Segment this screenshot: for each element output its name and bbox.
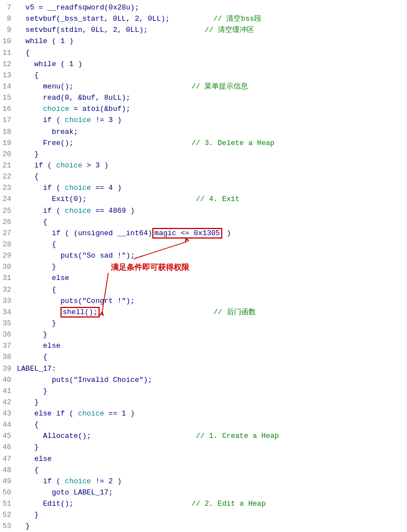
normal-token: Free(); (17, 139, 73, 147)
code-line: 32 { (0, 284, 407, 296)
variable-choice: choice (65, 477, 91, 486)
line-number: 12 (1, 59, 17, 70)
code-text: else (17, 454, 52, 465)
line-number: 19 (1, 138, 17, 149)
code-line: 15 read(0, &buf, 8uLL); (0, 92, 407, 104)
code-line: 8 setvbuf(_bss_start, 0LL, 2, 0LL); // 清… (0, 13, 407, 25)
code-text: } (17, 262, 56, 273)
code-line: 33 puts("Congrt !"); (0, 296, 407, 307)
line-number: 43 (1, 408, 17, 419)
normal-token: read(0, &buf, 8uLL); (17, 94, 130, 102)
line-number: 45 (1, 431, 17, 442)
code-text: break; (17, 127, 78, 138)
line-number: 26 (1, 217, 17, 228)
variable-choice: choice (43, 105, 69, 113)
code-text: } (17, 386, 48, 397)
variable-choice: choice (56, 161, 82, 170)
line-number: 14 (1, 81, 17, 92)
code-line: 47 else (0, 454, 407, 465)
normal-token: else (17, 455, 52, 463)
shell-box: shell(); (60, 307, 100, 318)
variable-choice: choice (65, 207, 91, 215)
normal-token: setvbuf(_bss_start, 0LL, 2, 0LL); (17, 15, 170, 23)
code-line: 20 } (0, 149, 407, 160)
line-number: 42 (1, 397, 17, 408)
code-line: 12 while ( 1 ) (0, 59, 407, 70)
normal-token: if ( (17, 477, 65, 486)
normal-token: if ( (17, 184, 65, 192)
code-line: 21 if ( choice > 3 ) (0, 160, 407, 171)
line-number: 49 (1, 476, 17, 487)
code-container: 7 v5 = __readfsqword(0x28u);8 setvbuf(_b… (0, 0, 407, 532)
normal-token: else (17, 342, 60, 350)
comment-token: // 后门函数 (100, 308, 255, 316)
code-line: 51 Edit(); // 2. Edit a Heap (0, 498, 407, 510)
code-text: if ( choice == 4 ) (17, 183, 121, 194)
code-line: 13 { (0, 70, 407, 81)
normal-token: puts("So sad !"); (17, 251, 135, 260)
line-number: 37 (1, 340, 17, 352)
code-text: else if ( choice == 1 ) (17, 408, 135, 419)
code-text: puts("Invalid Choice"); (17, 375, 152, 386)
normal-token: else if ( (17, 409, 78, 418)
comment-token: // 清空缓冲区 (148, 26, 254, 34)
line-number: 31 (1, 273, 17, 284)
line-number: 25 (1, 206, 17, 217)
code-line: 27 if ( (unsigned __int64)magic <= 0x130… (0, 228, 407, 239)
code-line: 25 if ( choice == 4869 ) (0, 206, 407, 217)
code-line: 11 { (0, 48, 407, 59)
code-lines: 7 v5 = __readfsqword(0x28u);8 setvbuf(_b… (0, 2, 407, 532)
normal-token: if ( (17, 116, 65, 124)
code-text: else (17, 340, 60, 352)
normal-token: Exit(0); (17, 195, 87, 203)
normal-token: if ( (17, 161, 56, 170)
normal-token: break; (17, 128, 78, 136)
code-text: } (17, 318, 56, 329)
normal-token: } (17, 330, 48, 339)
line-number: 15 (1, 92, 17, 104)
code-text: else (17, 273, 69, 284)
code-line: 23 if ( choice == 4 ) (0, 183, 407, 194)
line-number: 44 (1, 419, 17, 431)
code-text: Edit(); // 2. Edit a Heap (17, 498, 266, 510)
line-number: 32 (1, 284, 17, 296)
code-line: 46 } (0, 442, 407, 453)
normal-token: puts("Congrt !"); (17, 297, 135, 305)
code-line: 48 { (0, 465, 407, 476)
line-number: 33 (1, 296, 17, 307)
code-line: 36 } (0, 329, 407, 340)
code-text: Free(); // 3. Delete a Heap (17, 138, 274, 149)
normal-token: == 4 ) (91, 184, 122, 192)
code-line: 39LABEL_17: (0, 363, 407, 375)
line-number: 24 (1, 194, 17, 205)
code-line: 31 else (0, 273, 407, 284)
line-number: 27 (1, 228, 17, 239)
normal-token: v5 = __readfsqword(0x28u); (17, 3, 139, 12)
line-number: 51 (1, 498, 17, 510)
variable-choice: choice (65, 184, 91, 192)
code-text: if ( choice != 3 ) (17, 115, 121, 126)
code-text: } (17, 510, 39, 521)
comment-token: // 清空bss段 (170, 15, 261, 23)
line-number: 40 (1, 375, 17, 386)
code-text: { (17, 239, 56, 250)
code-text: } (17, 521, 30, 532)
line-number: 48 (1, 465, 17, 476)
code-text: { (17, 465, 39, 476)
normal-token: { (17, 466, 39, 474)
normal-token (17, 308, 60, 316)
code-line: 35 } (0, 318, 407, 329)
line-number: 16 (1, 104, 17, 115)
code-text: read(0, &buf, 8uLL); (17, 92, 130, 104)
line-number: 18 (1, 127, 17, 138)
line-number: 20 (1, 149, 17, 160)
variable-choice: choice (78, 409, 104, 418)
normal-token: } (17, 511, 39, 519)
code-text: while ( 1 ) (17, 36, 73, 47)
normal-token: { (17, 49, 30, 57)
code-line: 30 } (0, 262, 407, 273)
normal-token: = atoi(&buf); (69, 105, 130, 113)
comment-token: // 4. Exit (87, 195, 240, 203)
line-number: 28 (1, 239, 17, 250)
code-line: 22 { (0, 171, 407, 183)
